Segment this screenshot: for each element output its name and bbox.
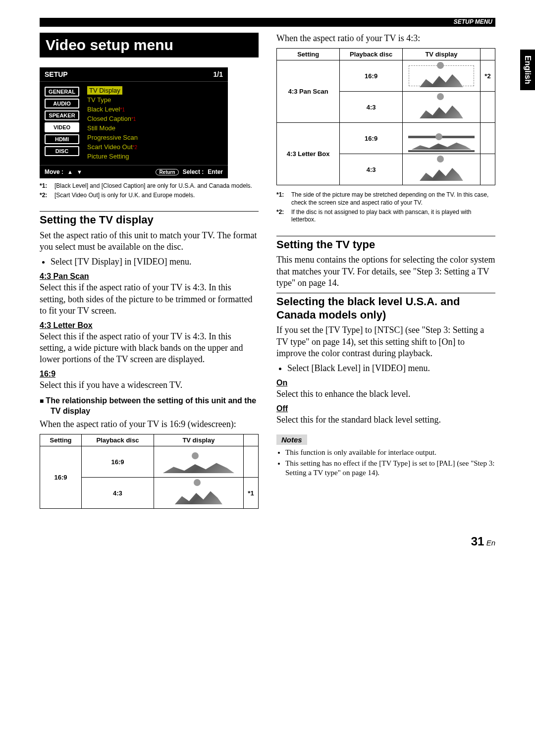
item-scart-video-out[interactable]: Scart Video Out*2 — [87, 143, 224, 151]
left-column: Video setup menu SETUP 1/1 GENERAL AUDIO… — [40, 33, 259, 515]
down-arrow-icon — [77, 168, 82, 175]
th-disc: Playback disc — [340, 49, 402, 60]
on-heading: On — [276, 378, 495, 387]
panscan-text: Select this if the aspect ratio of your … — [40, 282, 259, 317]
setting-cell: 4:3 Pan Scan — [277, 60, 340, 123]
disc-cell: 16:9 — [340, 123, 402, 154]
col2-intro: When the aspect ratio of your TV is 4:3: — [276, 33, 495, 44]
page-number: 31 En — [40, 535, 495, 548]
up-arrow-icon — [67, 168, 73, 175]
tv-display-bullet: Select [TV Display] in [VIDEO] menu. — [51, 257, 259, 267]
off-text: Select this for the standard black level… — [276, 414, 495, 426]
footnote-key: *2: — [276, 209, 288, 224]
note-cell — [481, 154, 495, 185]
th-setting: Setting — [40, 434, 82, 446]
item-tv-type[interactable]: TV Type — [87, 96, 224, 104]
item-progressive-scan[interactable]: Progressive Scan — [87, 134, 224, 141]
item-black-level[interactable]: Black Level*1 — [87, 106, 224, 113]
tab-audio[interactable]: AUDIO — [45, 99, 79, 108]
disc-cell: 16:9 — [82, 446, 154, 478]
letterbox-heading: 4:3 Letter Box — [40, 321, 259, 330]
tab-speaker[interactable]: SPEAKER — [45, 110, 79, 120]
tv-thumb — [402, 92, 480, 123]
tab-hdmi[interactable]: HDMI — [45, 134, 79, 144]
footnote-key: *1: — [40, 182, 52, 190]
th-disc: Playback disc — [82, 434, 154, 446]
table-16-9: Setting Playback disc TV display 16:9 16… — [40, 434, 259, 509]
setup-page: 1/1 — [214, 70, 223, 78]
notes-label: Notes — [276, 434, 307, 445]
setup-items: TV Display TV Type Black Level*1 Closed … — [79, 84, 228, 163]
note-item: This function is only available for inte… — [285, 448, 495, 457]
item-tv-display[interactable]: TV Display — [87, 86, 122, 95]
footnote-text: [Black Level] and [Closed Caption] are o… — [54, 182, 252, 190]
disc-cell: 4:3 — [82, 478, 154, 509]
header-label: SETUP MENU — [454, 18, 492, 25]
note-cell: *1 — [244, 478, 259, 509]
footnote-key: *1: — [276, 191, 288, 207]
relationship-heading: The relationship between the setting of … — [40, 396, 259, 417]
tv-thumb — [402, 123, 480, 154]
tv-display-heading: Setting the TV display — [40, 211, 259, 226]
return-button[interactable]: Return — [156, 169, 178, 175]
footnote-key: *2: — [40, 192, 52, 200]
note-cell: *2 — [481, 60, 495, 92]
footnote-text: [Scart Video Out] is only for U.K. and E… — [54, 192, 195, 200]
tv-thumb — [402, 60, 480, 92]
right-column: When the aspect ratio of your TV is 4:3:… — [276, 33, 495, 515]
footnote-text: If the disc is not assigned to play back… — [291, 209, 495, 224]
note-item: This setting has no effect if the [TV Ty… — [285, 459, 495, 478]
disc-cell: 16:9 — [340, 60, 402, 92]
notes-list: This function is only available for inte… — [276, 448, 495, 477]
page-num: 31 — [471, 535, 484, 548]
th-tv: TV display — [402, 49, 480, 60]
setup-menu-box: SETUP 1/1 GENERAL AUDIO SPEAKER VIDEO HD… — [40, 67, 228, 178]
tv-display-intro: Set the aspect ratio of this unit to mat… — [40, 230, 259, 253]
item-closed-caption[interactable]: Closed Caption*1 — [87, 115, 224, 122]
header-bar: SETUP MENU — [40, 18, 495, 27]
setup-footer: Move : Return Select : Enter — [40, 165, 228, 178]
note-cell — [244, 446, 259, 478]
tv-thumb — [154, 446, 243, 478]
letterbox-text: Select this if the aspect ratio of your … — [40, 331, 259, 366]
off-heading: Off — [276, 404, 495, 413]
setup-tabs: GENERAL AUDIO SPEAKER VIDEO HDMI DISC — [45, 84, 79, 163]
enter-label: Enter — [208, 168, 223, 175]
page: English SETUP MENU Video setup menu SETU… — [0, 0, 535, 578]
black-level-text: If you set the [TV Type] to [NTSC] (see … — [276, 324, 495, 359]
select-label: Select : — [183, 168, 204, 175]
tv-thumb — [402, 154, 480, 185]
note-cell — [481, 92, 495, 123]
item-still-mode[interactable]: Still Mode — [87, 124, 224, 132]
tv-type-heading: Setting the TV type — [276, 236, 495, 251]
setup-footnotes: *1:[Black Level] and [Closed Caption] ar… — [40, 182, 259, 199]
setup-title: SETUP — [45, 70, 68, 78]
tab-general[interactable]: GENERAL — [45, 87, 79, 97]
tab-disc[interactable]: DISC — [45, 146, 79, 156]
setting-cell: 16:9 — [40, 446, 82, 509]
relationship-intro: When the aspect ratio of your TV is 16:9… — [40, 419, 259, 430]
tv-thumb — [154, 478, 243, 509]
move-label: Move : — [45, 168, 63, 175]
th-tv: TV display — [154, 434, 243, 446]
on-text: Select this to enhance the black level. — [276, 388, 495, 400]
disc-cell: 4:3 — [340, 92, 402, 123]
item-picture-setting[interactable]: Picture Setting — [87, 153, 224, 160]
disc-cell: 4:3 — [340, 154, 402, 185]
note-cell — [481, 123, 495, 154]
setting-cell: 4:3 Letter Box — [277, 123, 340, 185]
footnote-text: The side of the picture may be stretched… — [291, 191, 495, 207]
widescreen-heading: 16:9 — [40, 370, 259, 378]
page-suffix: En — [486, 539, 495, 547]
tab-video[interactable]: VIDEO — [45, 122, 79, 132]
black-level-heading: Selecting the black level U.S.A. and Can… — [276, 293, 495, 322]
panscan-heading: 4:3 Pan Scan — [40, 272, 259, 281]
table-4-3: Setting Playback disc TV display 4:3 Pan… — [276, 48, 495, 185]
black-level-bullet: Select [Black Level] in [VIDEO] menu. — [287, 363, 495, 374]
widescreen-text: Select this if you have a widescreen TV. — [40, 379, 259, 391]
th-setting: Setting — [277, 49, 340, 60]
language-tab[interactable]: English — [520, 50, 535, 90]
table2-footnotes: *1:The side of the picture may be stretc… — [276, 191, 495, 223]
tv-type-text: This menu contains the options for selec… — [276, 254, 495, 289]
section-title: Video setup menu — [40, 33, 259, 57]
